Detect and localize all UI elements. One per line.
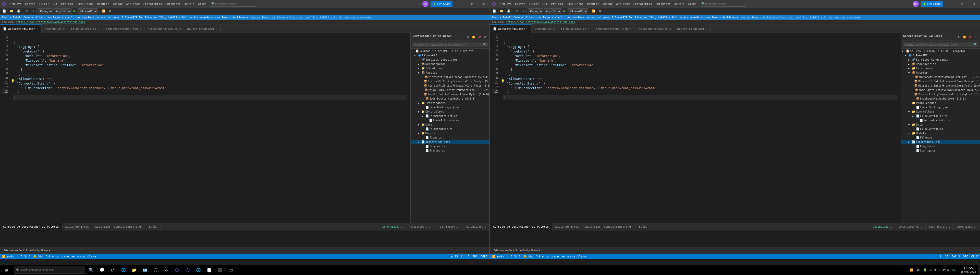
tab-close[interactable]: × — [216, 27, 218, 30]
tab-launchsettings-right[interactable]: launchSettings.json × — [593, 24, 635, 33]
tree-pkg-5[interactable]: ▶ 📦 Pomelo.EntityFrameworkCore.MySql (5.… — [410, 92, 490, 96]
tree-appsettings-r[interactable]: ▶ 📄 appsettings.json — [901, 140, 980, 144]
taskbar-icon-chat[interactable]: 💬 — [97, 265, 107, 275]
tree-pkg-r4[interactable]: ▶ 📦 MySql.Data.EntityFrameworkCore (8.0.… — [901, 88, 980, 92]
solution-label-left[interactable]: ▶ 📋 Solução 'FilmesAPI' (1 de 1 projeto) — [410, 49, 490, 53]
taskbar-icon-file[interactable]: 📄 — [204, 265, 215, 275]
menu-exibir[interactable]: Exibir — [37, 2, 51, 6]
toolbar-redo-btn-r[interactable]: ↪ — [520, 8, 525, 14]
tab-close-r[interactable]: × — [527, 27, 528, 30]
taskbar-icon-settings[interactable]: ⚙ — [161, 265, 172, 275]
tree-pacotes[interactable]: ▼ 📦 Pacotes — [410, 71, 490, 75]
tray-lang[interactable]: PTB — [942, 268, 950, 272]
win-maximize-2[interactable]: □ — [956, 0, 968, 8]
lightbulb-right[interactable]: 💡 — [501, 79, 505, 83]
panel-tab-errors[interactable]: Lista de Erros — [62, 223, 92, 231]
tree-filmer[interactable]: ▶ 📄 Filme.cs — [901, 136, 980, 140]
tab-close-r2[interactable]: × — [553, 27, 555, 30]
menu-analisar-2[interactable]: Analisar — [614, 2, 631, 6]
tab-close[interactable]: × — [180, 27, 181, 30]
toolbar-open-btn[interactable]: 📁 — [8, 8, 15, 14]
menu-arquivo-2[interactable]: Arquivo — [498, 2, 513, 6]
win-minimize-1[interactable]: − — [455, 0, 466, 8]
win-minimize-2[interactable]: − — [945, 0, 956, 8]
panel-tab-alteracoes[interactable]: Alterações d... — [406, 223, 435, 231]
tree-data-r[interactable]: ▼ 📁 Data — [901, 122, 980, 127]
se-sync-btn[interactable]: ↻ — [466, 34, 471, 40]
se-search-box-left[interactable]: 🔍 — [412, 42, 488, 47]
tree-dep-r[interactable]: ▶ 📦 Dependências — [901, 62, 980, 66]
se-search-box-right[interactable]: 🔍 — [903, 42, 978, 47]
live-share-btn-2[interactable]: ⚡ Live Share — [921, 1, 943, 6]
panel-tab-output[interactable]: Saída — [146, 223, 161, 231]
tree-startup[interactable]: ▶ 📄 Startup.cs — [410, 149, 490, 153]
taskbar-icon-edge[interactable]: 🌐 — [118, 265, 129, 275]
tray-network[interactable]: 📶 — [909, 269, 915, 272]
como-funciona-link-r[interactable]: Como funciona? — [780, 16, 801, 19]
add-source-btn[interactable]: Adicionar ao Controlo de Código-Fonte ▼ — [2, 248, 52, 253]
menu-projeto-2[interactable]: Projeto — [550, 2, 565, 6]
win-maximize-1[interactable]: □ — [466, 0, 478, 8]
tree-pkg-r3[interactable]: ▶ 📦 Microsoft.EntityFrameworkCore.Tools … — [901, 84, 980, 88]
tree-models-r[interactable]: ▼ 📁 Models — [901, 131, 980, 136]
tree-connected-services[interactable]: ▶ 🔗 Serviços Conectados — [410, 58, 490, 62]
menu-analisar[interactable]: Analisar — [124, 2, 141, 6]
user-avatar-1[interactable]: OM — [422, 1, 428, 7]
tab-startup-right[interactable]: Startup.cs × — [531, 24, 558, 33]
tree-launch-r[interactable]: ▶ 📄 launchSettings.json — [901, 105, 980, 109]
tab-filmecontext-left[interactable]: FilmeContext.cs × — [68, 24, 103, 33]
menu-compilacao[interactable]: Compilação — [75, 2, 95, 6]
cpu-dropdown[interactable]: Any CPU — [54, 8, 72, 14]
git-status[interactable]: 🔀 main — [2, 255, 14, 258]
title-search-input-2[interactable] — [705, 2, 736, 5]
debug-dropdown-r[interactable]: Debug — [528, 8, 543, 14]
taskbar-search-input[interactable] — [21, 269, 72, 272]
tab-close[interactable]: × — [37, 27, 38, 30]
menu-depurar-2[interactable]: Depurar — [585, 2, 600, 6]
panel-tab-team[interactable]: Team Explor... — [435, 223, 463, 231]
menu-testar-2[interactable]: Testar — [601, 2, 614, 6]
tree-startup-r[interactable]: ▶ 📄 Startup.cs — [901, 149, 980, 153]
show-desktop-btn[interactable] — [978, 265, 980, 275]
play-btn[interactable]: ▶ — [72, 8, 77, 14]
taskbar-icon-terminal[interactable]: ⬛ — [215, 265, 225, 275]
menu-projeto[interactable]: Projeto — [60, 2, 75, 6]
panel-tab-generalized[interactable]: Gerenciado... — [380, 223, 406, 231]
debug-dropdown[interactable]: Debug — [38, 8, 53, 14]
menu-editar[interactable]: Editar — [24, 2, 37, 6]
tree-pkg-r5[interactable]: ▶ 📦 Pomelo.EntityFrameworkCore.MySql (5.… — [901, 92, 980, 96]
error-count[interactable]: ⚠ 0 ⓘ 0 — [17, 254, 30, 258]
menu-ajuda[interactable]: Ajuda — [197, 2, 208, 6]
error-count-r[interactable]: ⚠ 0 ⓘ 0 — [507, 254, 520, 258]
tree-ctrl-r[interactable]: ▼ 📁 Controllers — [901, 109, 980, 114]
tree-data[interactable]: ▼ 📁 Data — [410, 122, 490, 127]
taskbar-icon-mail[interactable]: 📧 — [140, 265, 150, 275]
project-dropdown-r[interactable]: FilmesAPI — [568, 8, 588, 14]
toolbar-new-btn-r[interactable]: 📄 — [491, 8, 498, 14]
taskbar-icon-media[interactable]: 🎵 — [151, 265, 161, 275]
code-content-right[interactable]: { "Logging": { "LogLevel": { "Default": … — [500, 34, 901, 110]
panel-tab-console-r[interactable]: Console do Gerenciador de Pacotes — [490, 223, 552, 231]
panel-tab-output-r[interactable]: Saída — [636, 223, 651, 231]
git-btn[interactable]: 🔀 — [100, 8, 107, 14]
panel-tab-gen2-r[interactable]: Gerenciado... — [954, 223, 980, 231]
menu-testar[interactable]: Testar — [111, 2, 124, 6]
lightbulb-left[interactable]: 💡 — [11, 79, 15, 83]
user-avatar-2[interactable]: OM — [913, 1, 919, 7]
tab-nuget-right[interactable]: NuGet: FilmesAPI × — [674, 24, 711, 33]
title-search-2[interactable]: 🔍 — [700, 1, 746, 6]
toolbar-save-btn-r[interactable]: 💾 — [505, 8, 512, 14]
toolbar-save-btn[interactable]: 💾 — [15, 8, 22, 14]
sim-habilita-link-r[interactable]: Sim, habilita-lo — [802, 16, 827, 19]
menu-editar-2[interactable]: Editar — [514, 2, 527, 6]
menu-janela-2[interactable]: Janela — [673, 2, 686, 6]
menu-git-2[interactable]: Git — [541, 2, 549, 6]
toolbar-open-btn-r[interactable]: 📁 — [498, 8, 505, 14]
taskbar-clock[interactable]: 13:55 15/08/2022 — [959, 266, 978, 274]
tree-pkg-r2[interactable]: ▶ 📦 Microsoft.EntityFrameworkCore.Design… — [901, 79, 980, 84]
taskbar-icon-search[interactable]: 🔍 — [86, 265, 97, 275]
se-sync-btn-r[interactable]: ↻ — [956, 34, 961, 40]
project-filmesapi-left[interactable]: ▼ 🔷 FilmesAPI — [410, 53, 490, 58]
code-content-left[interactable]: { "Logging": { "LogLevel": { "Default": … — [10, 34, 410, 110]
menu-git[interactable]: Git — [51, 2, 59, 6]
